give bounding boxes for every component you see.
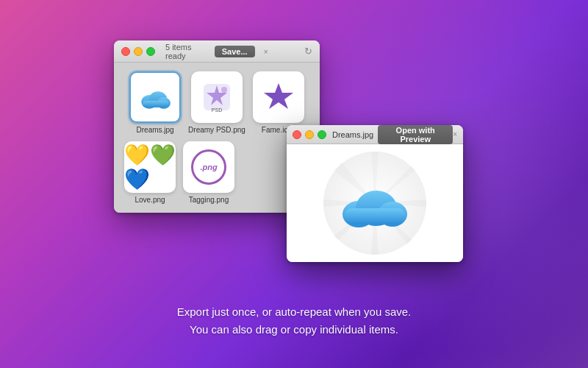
file-item-tagging[interactable]: .png Tagging.png xyxy=(183,141,234,204)
psd-icon: PSD xyxy=(199,79,234,115)
preview-minimize-button[interactable] xyxy=(305,130,314,139)
file-icon-dreams xyxy=(129,71,181,123)
file-item-love[interactable]: 💛💚💙 Love.png xyxy=(124,141,176,204)
preview-maximize-button[interactable] xyxy=(318,130,326,139)
refresh-icon[interactable]: ↻ xyxy=(304,46,312,57)
file-icon-dreamy: PSD xyxy=(191,71,243,123)
items-ready-label: 5 items ready xyxy=(165,43,209,60)
preview-window: Dreams.jpg Open with Preview × xyxy=(287,125,463,262)
preview-filename: Dreams.jpg xyxy=(332,130,373,139)
close-button[interactable] xyxy=(121,47,130,56)
svg-point-6 xyxy=(221,87,227,93)
svg-marker-8 xyxy=(264,83,293,109)
bottom-text: Export just once, or auto-repeat when yo… xyxy=(0,303,588,339)
open-with-preview-button[interactable]: Open with Preview xyxy=(378,125,453,144)
preview-traffic-lights xyxy=(293,130,326,139)
file-icon-tagging: .png xyxy=(183,141,234,193)
file-label-dreamy: Dreamy PSD.png xyxy=(188,126,245,134)
file-grid-row-2: 💛💚💙 Love.png .png Tagging.png xyxy=(123,141,311,204)
save-button[interactable]: Save... xyxy=(215,46,255,57)
maximize-button[interactable] xyxy=(146,47,155,56)
file-grid-row-1: Dreams.jpg PSD Dreamy PSD.png xyxy=(123,71,311,134)
preview-titlebar: Dreams.jpg Open with Preview × xyxy=(287,125,463,144)
svg-text:PSD: PSD xyxy=(212,107,222,113)
file-item-dreams[interactable]: Dreams.jpg xyxy=(129,71,181,134)
bottom-line-2: You can also drag or copy individual ite… xyxy=(0,321,588,339)
file-icon-fame xyxy=(253,71,304,123)
file-item-dreamy[interactable]: PSD Dreamy PSD.png xyxy=(188,71,245,134)
preview-content xyxy=(287,144,463,262)
titlebar-center: 5 items ready Save... × xyxy=(165,43,268,60)
png-badge: .png xyxy=(191,149,226,185)
file-icon-love: 💛💚💙 xyxy=(124,141,176,193)
traffic-lights xyxy=(121,47,155,56)
file-label-dreams: Dreams.jpg xyxy=(137,126,174,134)
export-titlebar: 5 items ready Save... × ↻ xyxy=(114,40,320,63)
cloud-large-icon xyxy=(338,176,412,231)
preview-close-button[interactable] xyxy=(293,130,301,139)
file-label-tagging: Tagging.png xyxy=(189,196,229,204)
dismiss-icon[interactable]: × xyxy=(264,47,268,56)
preview-close-icon[interactable]: × xyxy=(453,130,457,138)
bottom-line-1: Export just once, or auto-repeat when yo… xyxy=(0,303,588,321)
minimize-button[interactable] xyxy=(134,47,143,56)
svg-rect-3 xyxy=(143,100,169,107)
svg-rect-25 xyxy=(344,208,406,224)
hearts-icon: 💛💚💙 xyxy=(124,143,176,191)
file-label-love: Love.png xyxy=(135,196,165,204)
